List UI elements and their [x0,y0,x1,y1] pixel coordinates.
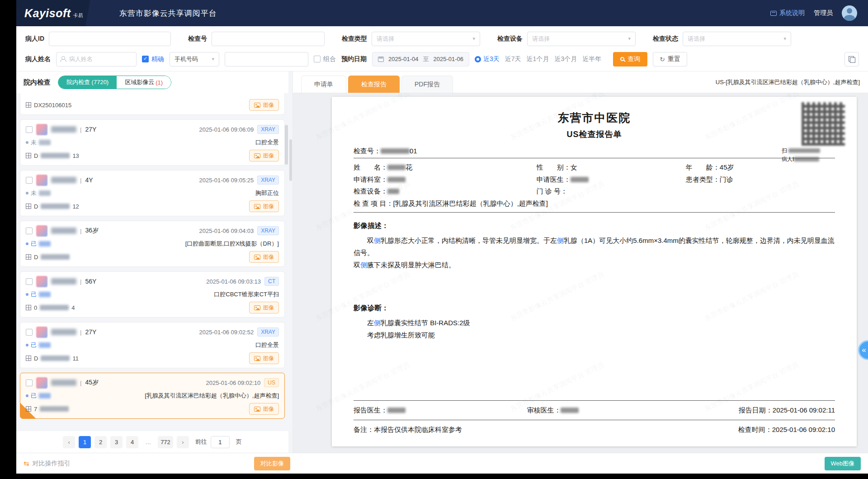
list-scrollbar[interactable] [285,125,288,165]
search-icon [620,57,624,61]
patient-name-input[interactable] [56,52,137,66]
exam-card[interactable]: | 27Y 2025-01-06 09:02:52 XRAY 已 口腔全景 D … [20,322,285,368]
current-exam-title: US-[乳腺及其引流区淋巴结彩超（乳腺中心）,超声检查] [716,78,868,86]
app-window: Kayisoft 卡易 东营市影像云共享调阅平台 系统说明 管理员 病人ID 检… [16,0,868,474]
image-button[interactable]: 图像 [249,302,279,313]
exam-checkbox[interactable] [26,278,33,285]
exam-card-partial[interactable]: DX250106015 图像 [20,93,285,115]
exact-match-checkbox[interactable]: 精确 [142,55,164,63]
range-last-7-days[interactable]: 近7天 [505,55,521,63]
range-last-3-days[interactable]: 近3天 [475,55,500,63]
patient-name-redacted [51,278,76,285]
phone-type-select[interactable]: 手机号码 ▾ [170,52,219,66]
image-button[interactable]: 图像 [249,99,279,111]
phone-number-input[interactable] [225,52,308,66]
date-separator: 至 [423,55,429,63]
exam-card[interactable]: | 45岁 2025-01-06 09:02:10 US 已 [乳腺及其引流区淋… [20,373,285,419]
page-button[interactable]: 2 [94,436,107,448]
accession-redacted [41,204,70,209]
pagination-pages: 1234…772 [79,436,173,448]
status-text: 已 [31,240,37,248]
web-image-button[interactable]: Web图像 [825,457,861,470]
page-unit-label: 页 [236,438,242,446]
accession-icon [26,204,31,209]
tab-pdf-report[interactable]: PDF报告 [401,76,453,93]
exam-card[interactable]: | 36岁 2025-01-06 09:04:03 XRAY 已 [口腔曲面断层… [20,221,285,267]
patient-name-redacted [51,379,76,386]
status-label: 检查状态 [653,35,678,43]
exam-list[interactable]: DX250106015 图像 | 27Y 2025-01-06 09:06:09 [16,93,288,431]
image-button[interactable]: 图像 [249,352,279,364]
user-avatar[interactable] [842,5,857,21]
range-last-1-month[interactable]: 近1个月 [527,55,549,63]
divider [354,400,835,401]
exam-card[interactable]: | 4Y 2025-01-06 09:05:25 XRAY 未 胸部正位 D 1… [20,170,285,216]
range-last-half-year[interactable]: 近半年 [582,55,601,63]
layout-toggle-button[interactable] [844,52,859,66]
exam-checkbox[interactable] [26,177,33,184]
patient-id-input[interactable] [49,32,171,46]
accession-icon [26,356,31,361]
status-select[interactable]: 请选择 ▾ [683,32,791,46]
search-button[interactable]: 查询 [613,52,647,66]
appoint-date-label: 预约日期 [341,55,367,63]
image-button[interactable]: 图像 [249,403,279,415]
accession-number: D 11 [26,355,79,362]
exam-description: 胸部正位 [59,189,279,197]
exam-checkbox[interactable] [26,379,33,386]
image-button[interactable]: 图像 [249,200,279,212]
exam-datetime: 2025-01-06 09:03:13 [206,278,261,285]
image-button[interactable]: 图像 [249,150,279,161]
compare-guide-icon: ⇆ [24,460,29,468]
prev-page-button[interactable]: ‹ [63,436,75,448]
patient-age: 36岁 [85,227,99,235]
help-icon [770,11,777,16]
tab-exam-report[interactable]: 检查报告 [348,76,400,93]
exam-card[interactable]: | 56Y 2025-01-06 09:03:13 CT 已 口腔CBCT锥形束… [20,271,285,318]
accession-redacted [41,254,70,260]
range-last-3-months[interactable]: 近3个月 [554,55,577,63]
status-dot [26,394,28,397]
page-button[interactable]: 772 [158,436,173,448]
exam-checkbox[interactable] [26,329,33,336]
image-icon [254,204,260,209]
separator: | [80,228,81,234]
exam-card[interactable]: | 27Y 2025-01-06 09:06:09 XRAY 未 口腔全景 D … [20,119,285,166]
date-to-value[interactable]: 2025-01-06 [434,56,464,62]
device-select[interactable]: 请选择 ▾ [527,32,636,46]
next-page-button[interactable]: › [177,436,189,448]
page-title: 东营市影像云共享调阅平台 [119,8,217,19]
report-tabbar: 申请单 检查报告 PDF报告 US-[乳腺及其引流区淋巴结彩超（乳腺中心）,超声… [293,71,868,93]
goto-page-input[interactable] [211,436,230,448]
tab-request-form[interactable]: 申请单 [301,76,346,93]
exam-checkbox[interactable] [26,126,33,133]
reset-button[interactable]: ↻ 重置 [653,52,687,66]
compare-images-button[interactable]: 对比影像 [254,457,290,470]
report-viewer: 东营市影像云共享调阅平台 管理员东营市影像云共享调阅平台 管理员东营市影像云共享… [293,93,868,453]
description-paragraph: 双侧乳腺形态大小正常，内结构清晰，导管未见明显增宽。于左侧乳腺（1A）可见大小约… [354,234,835,259]
separator: | [80,329,81,336]
compare-guide[interactable]: ⇆ 对比操作指引 [24,460,71,468]
modality-tag: XRAY [257,327,279,337]
exam-no-input[interactable] [212,32,325,46]
tab-hospital-exams[interactable]: 院内检查 (7720) [58,76,117,89]
exam-type-select[interactable]: 请选择 ▾ [372,32,480,46]
date-range-picker[interactable]: 2025-01-04 至 2025-01-06 [372,52,469,66]
page-button[interactable]: 3 [110,436,123,448]
date-from-value[interactable]: 2025-01-04 [388,56,419,62]
separator: | [80,126,81,133]
page-button[interactable]: 1 [79,436,91,448]
top-navbar: Kayisoft 卡易 东营市影像云共享调阅平台 系统说明 管理员 [16,0,868,26]
system-help-link[interactable]: 系统说明 [770,9,805,17]
field-name: 姓 名：花 [354,161,537,174]
accession-number: DX250106015 [26,102,71,109]
page-button[interactable]: 4 [126,436,138,448]
panel-splitter[interactable] [288,71,293,453]
patient-age: 45岁 [85,379,99,387]
tab-regional-cloud[interactable]: 区域影像云 (1) [117,76,171,89]
combo-checkbox[interactable]: 组合 [314,55,336,63]
splitter-grip[interactable] [289,139,292,181]
exam-checkbox[interactable] [26,228,33,234]
exam-status: 未 [26,138,51,147]
image-button[interactable]: 图像 [249,251,279,263]
